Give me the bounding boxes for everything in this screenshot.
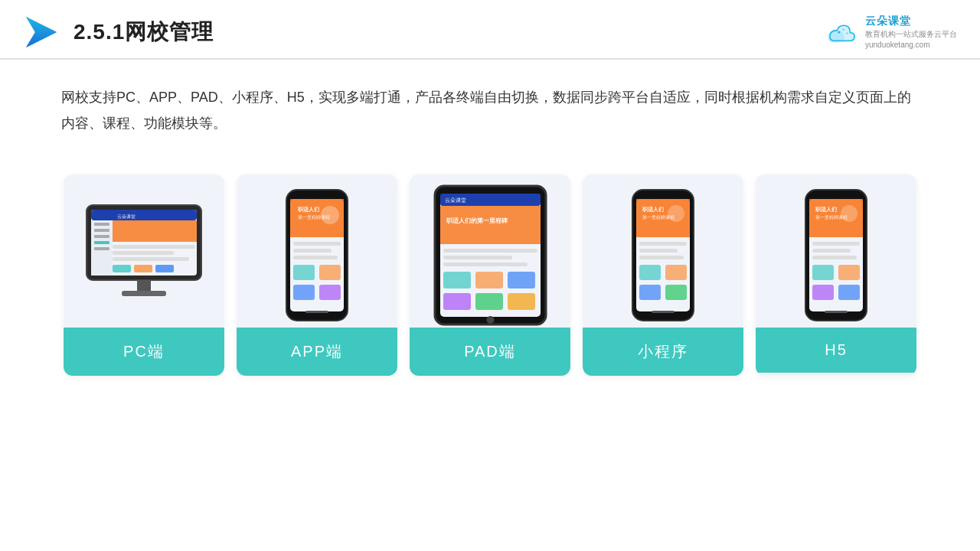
svg-text:职适人们: 职适人们 — [815, 206, 837, 213]
brand-name: 云朵课堂 — [865, 14, 957, 29]
miniprogram-image-area: 职适人们 第一里程碑课程 — [583, 174, 743, 328]
header-left: 2.5.1网校管理 — [23, 14, 214, 51]
description-text: 网校支持PC、APP、PAD、小程序、H5，实现多端打通，产品各终端自由切换，数… — [0, 60, 980, 144]
svg-rect-51 — [508, 272, 535, 289]
svg-rect-82 — [812, 285, 834, 300]
h5-mockup-svg: 职适人们 第一里程碑课程 — [802, 188, 871, 322]
svg-rect-64 — [639, 256, 684, 259]
svg-rect-13 — [113, 251, 174, 255]
cloud-icon — [824, 20, 861, 44]
h5-image-area: 职适人们 第一里程碑课程 — [756, 174, 916, 328]
app-card: 职适人们 第一里程碑课程 APP端 — [237, 174, 397, 376]
svg-point-4 — [842, 29, 844, 31]
svg-rect-75 — [823, 193, 849, 199]
svg-rect-46 — [443, 249, 537, 253]
svg-rect-11 — [113, 220, 197, 242]
svg-point-5 — [846, 32, 848, 34]
page-title: 2.5.1网校管理 — [74, 18, 214, 47]
svg-rect-9 — [91, 210, 197, 220]
svg-rect-52 — [443, 293, 471, 310]
svg-rect-31 — [293, 249, 332, 253]
svg-point-43 — [486, 316, 494, 324]
svg-rect-35 — [293, 285, 315, 300]
svg-rect-62 — [639, 242, 687, 246]
brand-text-block: 云朵课堂 教育机构一站式服务云平台 yunduoketang.com — [865, 14, 957, 51]
app-image-area: 职适人们 第一里程碑课程 — [237, 174, 397, 328]
svg-rect-54 — [508, 293, 535, 310]
brand-url: yunduoketang.com — [865, 40, 957, 51]
svg-rect-36 — [319, 285, 341, 300]
svg-rect-79 — [812, 256, 857, 259]
pc-mockup-svg: 云朵课堂 — [79, 201, 209, 308]
svg-point-39 — [321, 206, 339, 224]
cards-container: 云朵课堂 PC端 — [0, 152, 980, 399]
svg-rect-18 — [94, 223, 109, 226]
svg-rect-45 — [440, 206, 541, 244]
svg-rect-23 — [137, 280, 151, 291]
pc-image-area: 云朵课堂 — [64, 174, 224, 328]
header: 2.5.1网校管理 云朵课堂 教育机构一站式服务云平台 yunduoketang… — [0, 0, 980, 60]
svg-rect-77 — [812, 242, 860, 246]
pc-card: 云朵课堂 PC端 — [64, 174, 224, 376]
svg-rect-12 — [113, 245, 195, 249]
app-label: APP端 — [237, 328, 397, 376]
svg-rect-81 — [838, 265, 860, 280]
svg-rect-72 — [652, 311, 675, 313]
h5-card: 职适人们 第一里程碑课程 H5 — [756, 174, 916, 376]
svg-rect-65 — [639, 265, 661, 280]
app-mockup-svg: 职适人们 第一里程碑课程 — [283, 188, 351, 322]
h5-label: H5 — [756, 328, 916, 373]
svg-rect-19 — [94, 229, 109, 232]
pad-card: 云朵课堂 职适人们的第一里程碑 PAD端 — [410, 174, 570, 376]
svg-rect-30 — [293, 242, 341, 246]
svg-rect-60 — [653, 194, 673, 198]
pc-label: PC端 — [64, 328, 224, 376]
svg-rect-34 — [319, 265, 341, 280]
pad-image-area: 云朵课堂 职适人们的第一里程碑 — [410, 174, 570, 328]
pad-label: PAD端 — [410, 328, 570, 376]
miniprogram-mockup-svg: 职适人们 第一里程碑课程 — [629, 188, 697, 322]
header-right: 云朵课堂 教育机构一站式服务云平台 yunduoketang.com — [824, 14, 957, 51]
brand-tagline: 教育机构一站式服务云平台 — [865, 29, 957, 40]
svg-rect-83 — [838, 285, 860, 300]
svg-rect-87 — [825, 311, 848, 313]
svg-rect-28 — [304, 193, 330, 199]
svg-rect-50 — [475, 272, 503, 289]
svg-point-3 — [838, 31, 840, 33]
svg-rect-47 — [443, 256, 512, 259]
svg-rect-20 — [94, 235, 109, 238]
svg-rect-63 — [639, 249, 678, 253]
svg-rect-15 — [113, 265, 131, 272]
svg-text:职适人们: 职适人们 — [642, 206, 664, 213]
svg-rect-40 — [305, 311, 328, 313]
logo-arrow-icon — [23, 14, 60, 51]
svg-rect-53 — [475, 293, 503, 310]
miniprogram-card: 职适人们 第一里程碑课程 小程序 — [583, 174, 743, 376]
svg-rect-14 — [113, 257, 189, 261]
svg-point-71 — [668, 205, 684, 222]
svg-rect-49 — [443, 272, 471, 289]
svg-text:职适人们: 职适人们 — [297, 206, 319, 213]
svg-rect-17 — [155, 265, 174, 272]
svg-rect-67 — [639, 285, 661, 300]
svg-marker-1 — [26, 17, 57, 47]
svg-rect-48 — [443, 262, 528, 266]
svg-text:云朵课堂: 云朵课堂 — [445, 197, 466, 203]
svg-text:职适人们的第一里程碑: 职适人们的第一里程碑 — [446, 217, 508, 224]
miniprogram-label: 小程序 — [583, 328, 743, 376]
svg-rect-78 — [812, 249, 851, 253]
svg-rect-24 — [122, 291, 166, 296]
svg-rect-21 — [94, 241, 109, 244]
brand-logo: 云朵课堂 教育机构一站式服务云平台 yunduoketang.com — [824, 14, 957, 51]
svg-rect-33 — [293, 265, 315, 280]
svg-rect-80 — [812, 265, 834, 280]
svg-rect-16 — [134, 265, 152, 272]
svg-point-86 — [841, 205, 858, 222]
svg-rect-68 — [665, 285, 687, 300]
svg-rect-32 — [293, 256, 338, 259]
svg-rect-66 — [665, 265, 687, 280]
svg-rect-22 — [94, 247, 109, 250]
svg-text:云朵课堂: 云朵课堂 — [117, 214, 136, 219]
pad-mockup-svg: 云朵课堂 职适人们的第一里程碑 — [431, 184, 550, 326]
